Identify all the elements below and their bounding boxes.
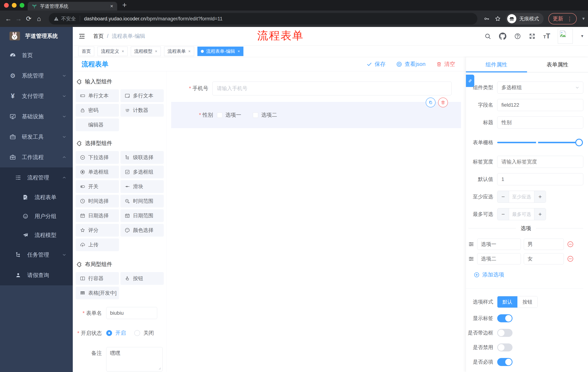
tab-close-icon[interactable]: × (110, 3, 113, 9)
title-input[interactable] (497, 117, 583, 128)
status-on-label[interactable]: 开启 (115, 329, 126, 337)
option-label-input[interactable] (477, 253, 521, 265)
stepper-decrease-button[interactable]: − (497, 191, 509, 202)
tag-close-icon[interactable]: × (155, 49, 157, 54)
palette-item-switch[interactable]: 开关 (76, 180, 119, 193)
tag-process-model[interactable]: 流程模型× (131, 47, 161, 56)
minimize-window-button[interactable] (12, 3, 17, 8)
help-icon[interactable] (514, 33, 521, 40)
phone-input[interactable]: 请输入手机号 (212, 82, 452, 95)
sidebar-item-process-management[interactable]: 流程管理 (0, 167, 73, 188)
palette-item-multi-line-text[interactable]: 多行文本 (120, 89, 164, 102)
checkbox-option-2[interactable] (253, 112, 258, 118)
stepper-decrease-button[interactable]: − (497, 208, 509, 220)
min-select-placeholder[interactable]: 至少应选 (509, 191, 534, 202)
status-off-label[interactable]: 关闭 (143, 329, 154, 337)
remove-option-button[interactable] (567, 255, 574, 262)
collapse-sidebar-button[interactable] (78, 32, 85, 40)
palette-item-single-line-text[interactable]: 单行文本 (76, 89, 119, 102)
stepper-increase-button[interactable]: + (534, 191, 546, 202)
palette-item-counter[interactable]: 123 计数器 (120, 104, 164, 117)
drag-handle-icon[interactable] (468, 241, 474, 247)
drag-handle-icon[interactable] (468, 256, 474, 262)
palette-item-date-range[interactable]: 日期范围 (120, 209, 164, 222)
update-button[interactable]: 更新 ⋮ (548, 13, 577, 24)
palette-item-upload[interactable]: 上传 (76, 238, 119, 251)
component-type-value[interactable] (497, 82, 583, 94)
url-bar[interactable]: 不安全 dashboard.yudao.iocoder.cn/bpm/manag… (49, 13, 477, 25)
home-button[interactable]: ⌂ (34, 15, 44, 22)
default-value-input[interactable] (497, 173, 583, 185)
tag-home[interactable]: 首页 (78, 47, 94, 56)
forward-button[interactable]: → (13, 15, 24, 22)
browser-menu-icon[interactable]: ⋮ (567, 16, 572, 22)
add-option-button[interactable]: 添加选项 (473, 271, 583, 278)
copy-component-button[interactable] (426, 97, 436, 107)
reload-button[interactable]: ⟳ (24, 15, 34, 22)
status-radio-on[interactable] (106, 330, 112, 336)
phone-field-row[interactable]: 手机号 请输入手机号 (167, 82, 466, 95)
form-grid-slider[interactable] (497, 137, 582, 149)
panel-drag-handle[interactable] (466, 74, 474, 87)
new-tab-button[interactable]: + (122, 1, 127, 10)
sidebar-item-system-management[interactable]: ⚙ 系统管理 (0, 65, 73, 86)
palette-item-password[interactable]: 密码 (76, 104, 119, 117)
sidebar-item-workflow[interactable]: 工作流程 (0, 147, 73, 167)
sidebar-item-task-management[interactable]: 任务管理 (0, 244, 73, 265)
tag-process-form[interactable]: 流程表单× (164, 47, 194, 56)
palette-item-editor[interactable]: 编辑器 (76, 118, 119, 131)
sidebar-item-process-form[interactable]: 流程表单 (0, 188, 73, 207)
option-value-input[interactable] (524, 253, 564, 265)
fullscreen-icon[interactable] (529, 33, 536, 40)
tag-process-form-edit[interactable]: 流程表单-编辑× (197, 47, 243, 56)
tag-close-icon[interactable]: × (188, 49, 191, 54)
palette-item-rate[interactable]: 评分 (76, 224, 119, 237)
palette-item-table[interactable]: 表格[开发中] (76, 287, 119, 299)
tab-form-props[interactable]: 表单属性 (527, 57, 588, 72)
sidebar-item-payment-management[interactable]: ¥ 支付管理 (0, 86, 73, 106)
tab-component-props[interactable]: 组件属性 (466, 57, 527, 72)
sidebar-item-process-model[interactable]: 流程模型 (0, 226, 73, 244)
back-button[interactable]: ← (3, 15, 13, 22)
sidebar-item-leave-query[interactable]: 请假查询 (0, 265, 73, 285)
remove-option-button[interactable] (567, 241, 574, 248)
status-radio-off[interactable] (134, 330, 140, 336)
palette-item-button[interactable]: 按钮 (120, 272, 164, 285)
option-value-input[interactable] (524, 239, 564, 250)
sidebar-item-home[interactable]: 首页 (0, 45, 73, 65)
sidebar-item-dev-tools[interactable]: 研发工具 (0, 127, 73, 147)
disabled-switch[interactable] (497, 343, 513, 351)
slider-track[interactable] (497, 142, 582, 143)
palette-item-select[interactable]: 下拉选择 (76, 151, 119, 164)
password-key-icon[interactable] (483, 16, 490, 22)
tag-process-definition[interactable]: 流程定义× (97, 47, 127, 56)
github-icon[interactable] (499, 32, 506, 40)
field-name-input[interactable] (497, 99, 583, 111)
component-type-select[interactable] (497, 82, 583, 94)
font-size-icon[interactable]: TT (543, 32, 550, 40)
avatar-caret-icon[interactable]: ▼ (580, 34, 584, 38)
gender-field-block[interactable]: 性别 选项一 选项二 (171, 102, 461, 128)
palette-item-row-container[interactable]: 行容器 (76, 272, 119, 285)
tag-close-icon[interactable]: × (122, 49, 124, 54)
tag-close-icon[interactable]: × (238, 49, 240, 54)
option-label-input[interactable] (477, 239, 521, 250)
show-label-switch[interactable] (497, 314, 513, 322)
label-width-input[interactable] (497, 156, 583, 168)
palette-item-date-picker[interactable]: 日期选择 (76, 209, 119, 222)
palette-item-time-range[interactable]: 时间范围 (120, 195, 164, 207)
max-select-placeholder[interactable]: 最多可选 (509, 208, 534, 220)
breadcrumb-home[interactable]: 首页 (93, 32, 104, 40)
clear-button[interactable]: 清空 (436, 60, 455, 68)
style-default-button[interactable]: 默认 (497, 296, 517, 308)
zoom-window-button[interactable] (20, 3, 24, 8)
remark-textarea[interactable] (106, 347, 163, 372)
palette-item-radio-group[interactable]: 单选框组 (76, 166, 119, 178)
gender-option-1[interactable]: 选项一 (217, 111, 241, 119)
search-icon[interactable] (484, 33, 491, 40)
view-json-button[interactable]: 查看json (396, 60, 426, 68)
browser-profile-caret-icon[interactable]: ▼ (581, 16, 586, 21)
palette-item-cascader[interactable]: 级联选择 (120, 151, 164, 164)
border-switch[interactable] (497, 329, 513, 337)
delete-component-button[interactable] (438, 97, 448, 107)
